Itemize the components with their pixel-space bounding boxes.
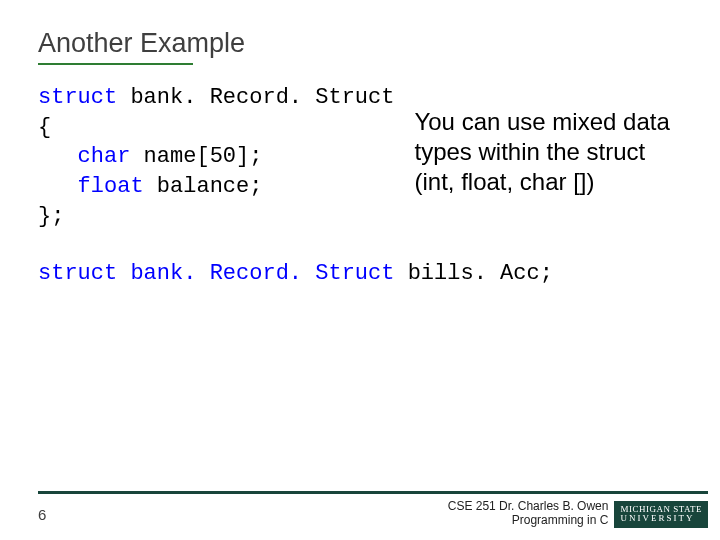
brace-open: { (38, 115, 51, 140)
page-number: 6 (38, 506, 46, 523)
keyword-char: char (78, 144, 131, 169)
footer-row: 6 CSE 251 Dr. Charles B. Owen Programmin… (38, 500, 708, 528)
footer-credit-line1: CSE 251 Dr. Charles B. Owen (448, 500, 609, 514)
decl-variable: bills. Acc; (394, 261, 552, 286)
struct-definition-code: struct bank. Record. Struct { char name[… (38, 83, 394, 231)
title-underline (38, 63, 193, 65)
footer-right: CSE 251 Dr. Charles B. Owen Programming … (448, 500, 708, 528)
footer-credit-line2: Programming in C (448, 514, 609, 528)
slide-footer: 6 CSE 251 Dr. Charles B. Owen Programmin… (0, 491, 720, 528)
slide-title: Another Example (38, 28, 682, 59)
msu-logo: MICHIGAN STATE UNIVERSITY (614, 501, 708, 528)
member-balance: balance; (144, 174, 263, 199)
footer-divider (38, 491, 708, 494)
slide: Another Example struct bank. Record. Str… (0, 0, 720, 540)
logo-text-bottom: UNIVERSITY (620, 514, 702, 523)
keyword-struct-decl: struct (38, 261, 117, 286)
brace-close: }; (38, 204, 64, 229)
decl-type: bank. Record. Struct (117, 261, 394, 286)
member-name: name[50]; (130, 144, 262, 169)
keyword-struct: struct (38, 85, 117, 110)
footer-credits: CSE 251 Dr. Charles B. Owen Programming … (448, 500, 609, 528)
struct-declaration-code: struct bank. Record. Struct bills. Acc; (38, 261, 682, 286)
explanation-text: You can use mixed data types within the … (414, 83, 682, 197)
content-row: struct bank. Record. Struct { char name[… (38, 83, 682, 231)
struct-type-name: bank. Record. Struct (117, 85, 394, 110)
keyword-float: float (78, 174, 144, 199)
